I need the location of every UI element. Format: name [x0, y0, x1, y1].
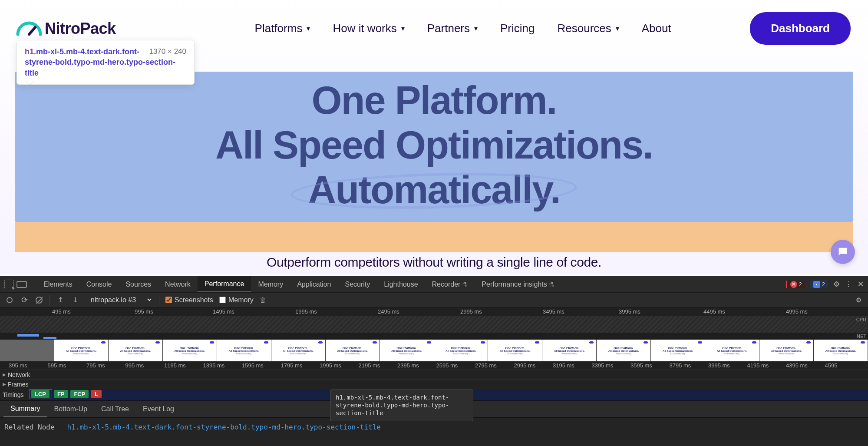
memory-checkbox[interactable]: Memory [219, 296, 254, 304]
ruler-tick: 1395 ms [203, 362, 225, 369]
filmstrip-frame[interactable]: One Platform.All Speed Optimizations.Aut… [434, 340, 488, 361]
overview-ruler[interactable]: 495 ms 995 ms 1495 ms 1995 ms 2495 ms 29… [0, 307, 868, 316]
fcp-badge[interactable]: FCP [70, 390, 89, 398]
filmstrip-frame[interactable]: One Platform.All Speed Optimizations.Aut… [651, 340, 705, 361]
nav-partners[interactable]: Partners▾ [427, 22, 478, 35]
garbage-collect-icon[interactable]: 🗑 [260, 296, 266, 304]
tab-elements[interactable]: Elements [36, 276, 79, 292]
filmstrip-frame[interactable]: One Platform.All Speed Optimizations.Aut… [759, 340, 814, 361]
tab-network[interactable]: Network [158, 276, 198, 292]
nav-resources[interactable]: Resources▾ [558, 22, 619, 35]
track-frames[interactable]: ▶Frames [0, 380, 868, 389]
filmstrip-frame[interactable]: One Platform.All Speed Optimizations.Aut… [814, 340, 868, 361]
chevron-down-icon: ▾ [401, 24, 405, 33]
hero-line-3: Automatically. [308, 169, 560, 211]
load-badge[interactable]: L [91, 390, 102, 398]
settings-icon[interactable]: ⚙ [833, 280, 840, 289]
tab-recorder[interactable]: Recorder⚗ [425, 276, 475, 292]
ruler-tick: 4395 ms [786, 362, 808, 369]
tooltip-dimensions: 1370 × 240 [149, 47, 186, 56]
tab-security[interactable]: Security [338, 276, 377, 292]
logo-text: NitroPack [45, 20, 116, 38]
detail-call-tree[interactable]: Call Tree [94, 401, 136, 417]
nav-how-it-works[interactable]: How it works▾ [333, 22, 404, 35]
inspector-tooltip: 1370 × 240 h1.mb-xl-5.mb-4.text-dark.fon… [17, 40, 195, 85]
net-overview[interactable]: NET [0, 333, 868, 340]
ruler-tick: 795 ms [86, 362, 105, 369]
chevron-down-icon: ▾ [474, 24, 478, 33]
nav-platforms[interactable]: Platforms▾ [255, 22, 310, 35]
tab-memory[interactable]: Memory [251, 276, 290, 292]
tab-sources[interactable]: Sources [119, 276, 158, 292]
fp-badge[interactable]: FP [54, 390, 68, 398]
filmstrip-frame[interactable]: One Platform.All Speed Optimizations.Aut… [54, 340, 109, 361]
chevron-down-icon: ▾ [616, 24, 619, 33]
screenshot-filmstrip[interactable]: /*placeholder for thumbs generated below… [0, 340, 868, 361]
inspect-element-icon[interactable] [4, 280, 14, 289]
reload-record-button[interactable]: ⟳ [20, 296, 29, 304]
logo[interactable]: NitroPack [15, 20, 116, 38]
clear-button[interactable] [35, 296, 43, 304]
capture-settings-icon[interactable]: ⚙ [854, 296, 863, 304]
tab-performance-insights[interactable]: Performance insights⚗ [475, 276, 561, 292]
ruler-tick: 1195 ms [164, 362, 186, 369]
ruler-tick: 3395 ms [592, 362, 614, 369]
profile-select[interactable]: nitropack.io #3 [86, 294, 153, 306]
hero-section: One Platform. All Speed Optimizations. A… [15, 72, 853, 270]
device-toggle-icon[interactable] [17, 281, 27, 288]
ruler-tick: 4195 ms [747, 362, 769, 369]
chat-widget-button[interactable] [831, 240, 855, 264]
ruler-tick: 2395 ms [397, 362, 419, 369]
hero-line-2: All Speed Optimizations. [15, 124, 853, 166]
detail-event-log[interactable]: Event Log [136, 401, 181, 417]
tab-application[interactable]: Application [290, 276, 338, 292]
dashboard-button[interactable]: Dashboard [750, 12, 851, 45]
devtools-tabbar: Elements Console Sources Network Perform… [0, 276, 868, 293]
issue-count-badge[interactable]: ▪2 [810, 281, 828, 288]
tab-performance[interactable]: Performance [198, 276, 251, 292]
filmstrip-frame[interactable]: One Platform.All Speed Optimizations.Aut… [705, 340, 759, 361]
filmstrip-frame[interactable]: One Platform.All Speed Optimizations.Aut… [271, 340, 326, 361]
filmstrip-frame[interactable]: One Platform.All Speed Optimizations.Aut… [326, 340, 380, 361]
load-profile-button[interactable]: ↥ [56, 296, 65, 304]
filmstrip-frame[interactable]: One Platform.All Speed Optimizations.Aut… [163, 340, 217, 361]
filmstrip-frame[interactable]: One Platform.All Speed Optimizations.Aut… [380, 340, 434, 361]
ruler-tick: 2595 ms [436, 362, 458, 369]
inspector-margin-highlight [15, 222, 853, 252]
related-node-link[interactable]: h1.mb-xl-5.mb-4.text-dark.font-styrene-b… [67, 423, 381, 431]
tab-lighthouse[interactable]: Lighthouse [377, 276, 425, 292]
chevron-down-icon: ▾ [307, 24, 310, 33]
error-count-badge[interactable]: ✕2 [786, 281, 805, 288]
ruler-tick: 3795 ms [670, 362, 691, 369]
nav-pricing[interactable]: Pricing [500, 22, 535, 35]
detail-summary[interactable]: Summary [3, 401, 47, 417]
cpu-overview[interactable]: CPU [0, 316, 868, 333]
lcp-badge-wrap[interactable]: LCP [30, 389, 52, 399]
screenshots-checkbox[interactable]: Screenshots [165, 296, 213, 304]
ruler-tick: 995 ms [125, 362, 144, 369]
filmstrip-frame[interactable]: One Platform.All Speed Optimizations.Aut… [488, 340, 542, 361]
ruler-tick: 595 ms [48, 362, 66, 369]
ruler-tick: 1795 ms [281, 362, 303, 369]
record-button[interactable] [5, 296, 14, 304]
filmstrip-frame[interactable]: One Platform.All Speed Optimizations.Aut… [109, 340, 163, 361]
detail-tabs: h1.mb-xl-5.mb-4.text-dark.font-styrene-b… [0, 400, 868, 418]
close-icon[interactable]: ✕ [858, 280, 864, 289]
save-profile-button[interactable]: ⤓ [71, 296, 79, 304]
detail-bottom-up[interactable]: Bottom-Up [47, 401, 94, 417]
tab-console[interactable]: Console [79, 276, 119, 292]
filmstrip-frame[interactable]: One Platform.All Speed Optimizations.Aut… [217, 340, 271, 361]
flask-icon: ⚗ [549, 281, 554, 288]
more-icon[interactable]: ⋮ [845, 280, 852, 289]
filmstrip-frame[interactable]: One Platform.All Speed Optimizations.Aut… [597, 340, 651, 361]
ruler-tick: 4595 [825, 362, 838, 369]
detail-ruler[interactable]: 395 ms595 ms795 ms995 ms1195 ms1395 ms15… [0, 361, 868, 370]
filmstrip-frame[interactable]: One Platform.All Speed Optimizations.Aut… [542, 340, 597, 361]
nav-about[interactable]: About [642, 22, 671, 35]
filmstrip-frame[interactable] [0, 340, 54, 361]
ruler-tick: 3595 ms [630, 362, 652, 369]
logo-gauge-icon [15, 21, 43, 36]
ruler-tick: 395 ms [9, 362, 27, 369]
chat-icon [837, 246, 849, 258]
track-network[interactable]: ▶Network [0, 370, 868, 380]
